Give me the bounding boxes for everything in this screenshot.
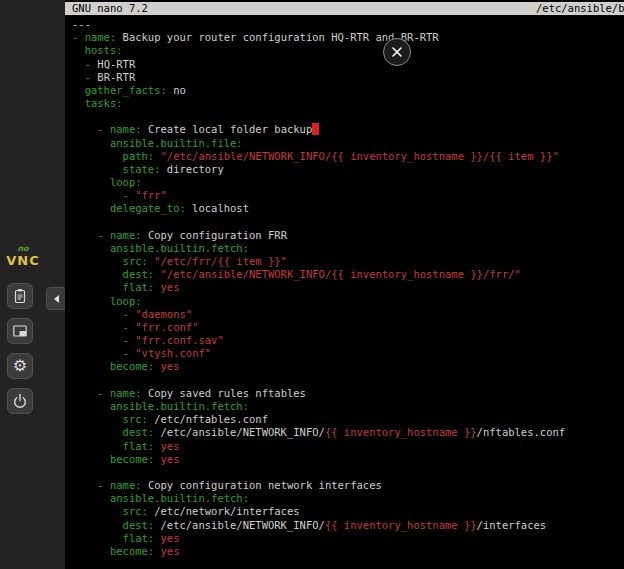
code-line: --- [72, 18, 624, 31]
code-line: dest: /etc/ansible/NETWORK_INFO/{{ inven… [72, 426, 624, 439]
code-line: - name: Copy configuration FRR [72, 229, 624, 242]
code-line: - "daemons" [72, 308, 624, 321]
code-line: - BR-RTR [72, 71, 624, 84]
code-line: become: yes [72, 453, 624, 466]
code-line: src: /etc/network/interfaces [72, 505, 624, 518]
code-line [72, 374, 624, 387]
terminal[interactable]: GNU nano 7.2 /etc/ansible/b ---- name: B… [65, 0, 624, 569]
code-line: - "frr.conf.sav" [72, 334, 624, 347]
code-line: ansible.builtin.fetch: [72, 242, 624, 255]
collapse-arrow-icon [54, 295, 59, 303]
code-line [72, 216, 624, 229]
code-line: - name: Copy saved rules nftables [72, 387, 624, 400]
code-line: ansible.builtin.file: [72, 137, 624, 150]
code-line: become: yes [72, 360, 624, 373]
power-button[interactable] [7, 388, 33, 414]
code-line: flat: yes [72, 281, 624, 294]
novnc-logo: no VNC [0, 245, 46, 268]
code-line: become: yes [72, 545, 624, 558]
code-line: dest: "/etc/ansible/NETWORK_INFO/{{ inve… [72, 268, 624, 281]
clipboard-button[interactable] [7, 283, 33, 309]
gear-icon: ⚙ [13, 358, 27, 374]
close-icon [391, 46, 403, 58]
code-line: - name: Copy configuration network inter… [72, 479, 624, 492]
text-cursor [312, 123, 318, 135]
code-line: - "frr" [72, 189, 624, 202]
code-line [72, 110, 624, 123]
nano-version: GNU nano 7.2 [65, 2, 148, 14]
code-line: src: "/etc/frr/{{ item }}" [72, 255, 624, 268]
code-line: flat: yes [72, 440, 624, 453]
code-line: src: /etc/nftables.conf [72, 413, 624, 426]
code-line: state: directory [72, 163, 624, 176]
file-path: /etc/ansible/b [536, 2, 624, 15]
code-line: - "vtysh.conf" [72, 347, 624, 360]
code-line: - name: Create local folder backup [72, 123, 624, 136]
code-line: ansible.builtin.fetch: [72, 400, 624, 413]
code-line: delegate_to: localhost [72, 202, 624, 215]
settings-button[interactable]: ⚙ [7, 353, 33, 379]
novnc-logo-vnc: VNC [0, 253, 46, 268]
code-line: - name: Backup your router configuration… [72, 31, 624, 44]
novnc-logo-no: no [0, 245, 46, 253]
editor-text[interactable]: ---- name: Backup your router configurat… [65, 15, 624, 558]
code-line: path: "/etc/ansible/NETWORK_INFO/{{ inve… [72, 150, 624, 163]
fullscreen-icon [12, 323, 28, 339]
close-button[interactable] [383, 38, 411, 66]
clipboard-icon [12, 288, 28, 304]
code-line: loop: [72, 176, 624, 189]
code-line: hosts: [72, 44, 624, 57]
fullscreen-button[interactable] [7, 318, 33, 344]
code-line [72, 466, 624, 479]
power-icon [12, 393, 28, 409]
vnc-control-bar: no VNC ⚙ [0, 0, 65, 569]
code-line: tasks: [72, 97, 624, 110]
code-line: flat: yes [72, 532, 624, 545]
code-line: - "frr.conf" [72, 321, 624, 334]
nano-titlebar: GNU nano 7.2 /etc/ansible/b [65, 2, 624, 15]
code-line: gather_facts: no [72, 84, 624, 97]
code-line: dest: /etc/ansible/NETWORK_INFO/{{ inven… [72, 519, 624, 532]
screen: no VNC ⚙ [0, 0, 624, 569]
control-bar-handle[interactable] [46, 287, 67, 310]
code-line: ansible.builtin.fetch: [72, 492, 624, 505]
code-line: loop: [72, 295, 624, 308]
code-line: - HQ-RTR [72, 58, 624, 71]
